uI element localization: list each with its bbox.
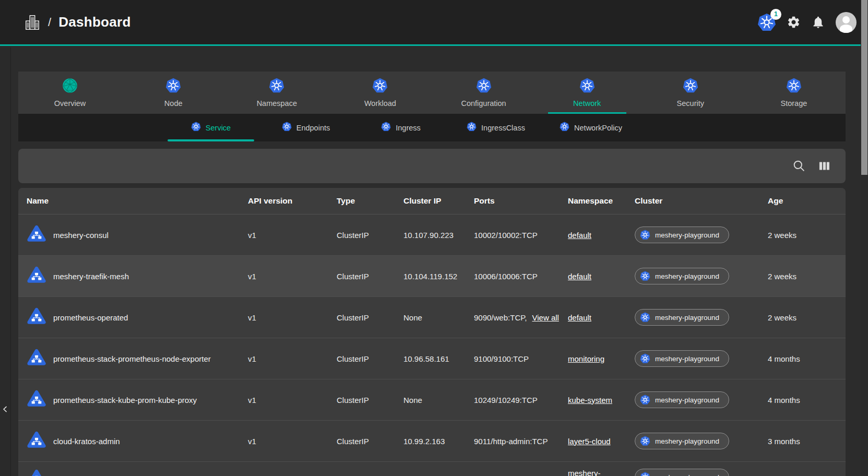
ports-value: 9011/http-admin:TCP [474,437,548,446]
subtab-label: Ingress [396,124,421,132]
ports-value: 10249/10249:TCP [474,396,538,404]
service-icon [27,389,46,411]
table-row[interactable]: cloud-kratos-admin v1 ClusterIP 10.99.2.… [18,421,846,462]
cluster-ip-cell: 10.107.90.223 [403,231,474,240]
view-columns-icon[interactable] [817,159,831,173]
cluster-chip-label: meshery-playground [655,231,719,239]
ports-cell: 9090/web:TCP,View all [474,313,568,322]
settings-gear-icon[interactable] [787,15,801,29]
drawer-collapse-toggle[interactable] [0,402,10,419]
ports-value: 10006/10006:TCP [474,272,538,281]
tab-label: Node [164,99,183,108]
topbar-actions: 1 [757,12,857,33]
namespace-link[interactable]: meshery- [568,469,601,476]
tab-label: Security [677,99,704,108]
subtab-ingressclass[interactable]: IngressClass [448,114,543,141]
tab-node[interactable]: Node [122,72,225,114]
table-row[interactable]: prometheus-stack-kube-prom-kube-proxy v1… [18,379,846,421]
breadcrumb-separator: / [48,16,51,29]
column-header-type[interactable]: Type [337,196,403,206]
cluster-cell: meshery-playground [635,227,768,243]
cluster-ip-cell: 10.99.2.163 [403,437,474,446]
building-icon[interactable] [24,14,41,31]
cluster-chip[interactable]: meshery-playground [635,227,729,243]
column-header-ports[interactable]: Ports [474,196,568,206]
scrollbar[interactable] [861,0,868,476]
tab-label: Storage [781,99,807,108]
breadcrumb: / Dashboard [24,14,131,31]
table-row[interactable]: prometheus-operated v1 ClusterIP None 90… [18,297,846,338]
namespace-link[interactable]: layer5-cloud [568,437,611,446]
cluster-chip[interactable]: meshery-playground [635,469,729,476]
age-cell [768,462,846,469]
service-icon [27,469,46,476]
namespace-link[interactable]: default [568,313,591,322]
table-header-row: NameAPI versionTypeCluster IPPortsNamesp… [18,188,846,215]
column-header-cluster[interactable]: Cluster [635,196,768,206]
tab-workload[interactable]: Workload [328,72,432,114]
cluster-ip-cell [403,462,474,469]
kubernetes-icon [579,78,595,96]
tab-network[interactable]: Network [536,72,639,114]
view-all-link[interactable]: View all [532,313,558,322]
subtab-label: Endpoints [296,124,330,132]
cluster-chip[interactable]: meshery-playground [635,433,729,449]
scrollbar-thumb[interactable] [861,0,867,175]
age-cell: 2 weeks [768,272,846,281]
page-title: Dashboard [58,14,131,30]
namespace-link[interactable]: monitoring [568,354,604,363]
ports-value: 9100/9100:TCP [474,354,529,363]
column-header-name[interactable]: Name [18,196,248,206]
table-row[interactable]: meshery-consul v1 ClusterIP 10.107.90.22… [18,215,846,256]
column-header-api-version[interactable]: API version [248,196,337,206]
name-cell [18,462,248,476]
kubernetes-connection-icon[interactable]: 1 [757,13,776,32]
tab-overview[interactable]: Overview [18,72,122,114]
cluster-cell: meshery-playground [635,350,768,367]
kubernetes-icon [269,78,284,96]
cluster-cell: meshery-playground [635,391,768,408]
age-cell: 3 months [768,437,846,446]
subtab-service[interactable]: Service [163,114,258,141]
notifications-bell-icon[interactable] [811,15,825,29]
tab-security[interactable]: Security [639,72,742,114]
namespace-link[interactable]: default [568,272,591,281]
chevron-left-icon [1,403,9,418]
service-name: cloud-kratos-admin [53,437,120,446]
table-row[interactable]: meshery-traefik-mesh v1 ClusterIP 10.104… [18,256,846,297]
type-cell: ClusterIP [337,437,403,446]
subtab-ingress[interactable]: Ingress [353,114,448,141]
column-header-cluster-ip[interactable]: Cluster IP [403,196,474,206]
subtab-networkpolicy[interactable]: NetworkPolicy [543,114,638,141]
column-header-namespace[interactable]: Namespace [568,196,635,206]
table-row[interactable]: meshery- meshery-playground [18,462,846,476]
user-avatar[interactable] [836,12,857,33]
cluster-chip[interactable]: meshery-playground [635,391,729,408]
cluster-chip-label: meshery-playground [655,272,719,280]
subtab-endpoints[interactable]: Endpoints [258,114,353,141]
tab-namespace[interactable]: Namespace [225,72,328,114]
tab-storage[interactable]: Storage [742,72,846,114]
kubernetes-icon [165,78,181,96]
ports-cell: 10002/10002:TCP [474,231,568,240]
namespace-link[interactable]: kube-system [568,396,612,404]
name-cell: meshery-traefik-mesh [18,266,248,287]
age-cell: 2 weeks [768,231,846,240]
table-row[interactable]: prometheus-stack-prometheus-node-exporte… [18,338,846,379]
connection-count-badge: 1 [770,9,781,20]
tab-label: Namespace [257,99,297,108]
tab-configuration[interactable]: Configuration [432,72,536,114]
type-cell: ClusterIP [337,396,403,404]
search-icon[interactable] [792,159,806,173]
namespace-link[interactable]: default [568,231,591,240]
kubernetes-icon [372,78,388,96]
meshery-icon [62,78,78,96]
cluster-chip[interactable]: meshery-playground [635,309,729,326]
name-cell: prometheus-stack-kube-prom-kube-proxy [18,389,248,411]
cluster-chip[interactable]: meshery-playground [635,350,729,367]
ports-cell: 10249/10249:TCP [474,396,568,404]
cluster-ip-cell: None [403,396,474,404]
cluster-chip-label: meshery-playground [655,473,719,476]
column-header-age[interactable]: Age [768,196,846,206]
cluster-chip[interactable]: meshery-playground [635,268,729,284]
